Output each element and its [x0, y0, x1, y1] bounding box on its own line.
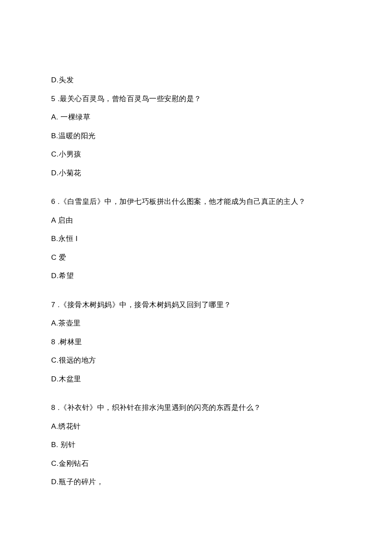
q7-question: 7 .《接骨木树妈妈》中，接骨木树妈妈又回到了哪里？ — [51, 299, 341, 311]
q5-option-d: D.小菊花 — [51, 168, 341, 179]
q8-option-b: B. 别针 — [51, 439, 341, 450]
q4-option-d: D.头发 — [51, 75, 341, 86]
q5-option-c: C.小男孩 — [51, 149, 341, 160]
q7-option-d: D.木盆里 — [51, 374, 341, 385]
q6-option-a: A 启由 — [51, 215, 341, 226]
q5-option-a: A. 一棵绿草 — [51, 112, 341, 123]
q6-option-c: C 爱 — [51, 252, 341, 263]
q8-question: 8 .《补衣针》中，织补针在排水沟里遇到的闪亮的东西是什么？ — [51, 402, 341, 413]
q5-question: 5 .最关心百灵鸟，曾给百灵鸟一些安慰的是？ — [51, 93, 341, 105]
q6-question: 6 .《白雪皇后》中，加伊七巧板拼出什么图案，他才能成为自己真正的主人？ — [51, 196, 341, 207]
q7-option-a: A.茶壶里 — [51, 318, 341, 329]
q7-item-8: 8 .树林里 — [51, 337, 341, 348]
q8-option-a: A.绣花针 — [51, 421, 341, 432]
q6-option-b: B.永恒 I — [51, 233, 341, 244]
q7-option-c: C.很远的地方 — [51, 355, 341, 366]
q5-option-b: B.温暖的阳光 — [51, 131, 341, 142]
q8-option-d: D.瓶子的碎片， — [51, 477, 341, 488]
q8-option-c: C.金刚钻石 — [51, 458, 341, 469]
q6-option-d: D.希望 — [51, 270, 341, 282]
